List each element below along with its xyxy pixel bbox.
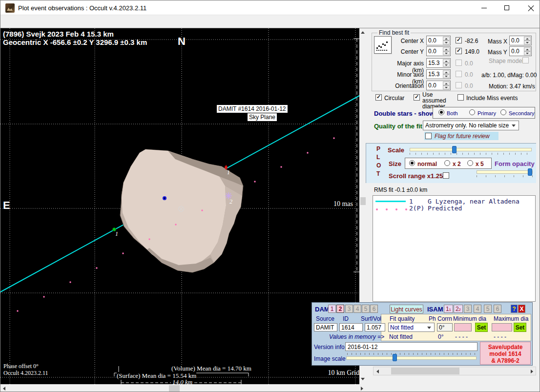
spin-down-icon[interactable] — [524, 41, 531, 44]
isam-button-4[interactable]: 4 — [474, 305, 481, 313]
panel-scroll-left-icon[interactable] — [376, 370, 379, 373]
scroll-range-checkbox[interactable] — [443, 172, 449, 179]
spin-up-icon[interactable] — [443, 70, 450, 74]
panel-hscroll-thumb[interactable] — [391, 368, 459, 374]
size-x2-radio[interactable] — [444, 160, 450, 166]
isam-button-2[interactable]: 22 — [454, 305, 463, 313]
center-y-checkbox[interactable] — [456, 48, 462, 54]
max-dia-set-button[interactable]: Set — [514, 323, 526, 332]
ph-corr-field[interactable]: 0° — [437, 323, 453, 331]
damit-isam-panel: DAMIT 1 2 3 4 5 6 Light curves ISAM 11 2… — [312, 302, 533, 366]
size-normal-radio[interactable] — [409, 160, 415, 166]
minor-axis-spinner[interactable]: 15.3 — [426, 69, 451, 79]
image-scale-slider[interactable] — [346, 356, 477, 360]
best-fit-button[interactable] — [374, 36, 392, 54]
scroll-up-icon[interactable] — [361, 31, 365, 34]
damit-button-6[interactable]: 6 — [370, 305, 378, 313]
mass-x-spinner[interactable]: 0.0 — [509, 36, 532, 45]
circular-checkbox[interactable] — [375, 94, 382, 101]
save-update-button[interactable]: Save/update model 1614 & A7896-2 — [480, 342, 531, 365]
surfvol-field[interactable]: 1.057 — [365, 323, 385, 331]
spin-up-icon[interactable] — [443, 82, 450, 85]
flag-review-checkbox[interactable] — [425, 133, 432, 139]
isam-button-6[interactable]: 6 — [494, 305, 501, 313]
double-stars-secondary-radio[interactable] — [500, 109, 506, 115]
minimize-button[interactable] — [473, 0, 495, 15]
panel-scroll-right-icon[interactable] — [531, 370, 533, 373]
major-axis-spinner[interactable]: 15.3 — [426, 58, 451, 68]
spin-up-icon[interactable] — [524, 37, 531, 41]
damit-button-5[interactable]: 5 — [362, 305, 370, 313]
mass-y-spinner[interactable]: 0.0 — [509, 46, 532, 56]
menu-bar: with Plot... Plot options... Help Keep f… — [0, 15, 540, 28]
scroll-right-icon[interactable] — [361, 387, 363, 391]
memory-ph-corr: 0° — [438, 333, 443, 340]
save-line-2: model 1614 — [480, 351, 530, 357]
orientation-fit-value: 0.0 — [465, 83, 473, 89]
size-x5-radio[interactable] — [467, 160, 473, 166]
center-x-spinner[interactable]: 0.0 — [426, 36, 451, 45]
min-dia-field[interactable] — [454, 323, 472, 331]
north-label: N — [178, 35, 186, 48]
scroll-down-icon[interactable] — [361, 378, 365, 380]
id-field[interactable]: 1614 — [339, 323, 363, 331]
quality-dropdown[interactable]: Astrometry only. No reliable size — [423, 121, 519, 130]
spin-up-icon[interactable] — [443, 59, 450, 63]
isam-button-3[interactable]: 3 — [464, 305, 472, 313]
include-miss-checkbox[interactable] — [457, 94, 464, 101]
plot-hscroll-thumb[interactable] — [169, 385, 180, 392]
spin-up-icon[interactable] — [443, 47, 450, 51]
minor-axis-value: 15.3 — [428, 71, 439, 78]
panel-close-button[interactable]: X — [518, 305, 525, 313]
sky-plane-plot[interactable]: (7896) Svejk 2023 Feb 4 15.3 km Geocentr… — [0, 28, 359, 384]
image-scale-thumb[interactable] — [393, 354, 397, 361]
damit-button-2[interactable]: 2 — [336, 305, 344, 313]
motion-label: Motion: 3.47 km/s — [489, 83, 535, 90]
light-curves-button[interactable]: Light curves — [390, 305, 423, 313]
isam-button-1[interactable]: 11 — [444, 305, 453, 313]
form-opacity-thumb[interactable] — [528, 168, 532, 176]
spin-down-icon[interactable] — [443, 85, 450, 89]
maximize-button[interactable] — [495, 0, 517, 15]
damit-button-4[interactable]: 4 — [353, 305, 361, 313]
observer-list[interactable]: 1 G Lyzenga, near Altadena 2(P) Predicte… — [373, 195, 536, 302]
scale-slider-thumb[interactable] — [452, 146, 457, 153]
double-stars-both-radio[interactable] — [438, 109, 444, 115]
orientation-spinner[interactable]: 0.0 — [426, 81, 451, 90]
ph-corr-header: Ph Corrn — [429, 315, 452, 322]
fit-quality-dropdown[interactable]: Not fitted — [388, 323, 435, 332]
version-info-field[interactable]: 2016-01-12 — [345, 342, 478, 351]
scale-slider[interactable] — [410, 148, 532, 151]
spin-down-icon[interactable] — [443, 74, 450, 78]
damit-button-3[interactable]: 3 — [345, 305, 353, 313]
scroll-left-icon[interactable] — [3, 387, 5, 391]
min-dia-set-button[interactable]: Set — [475, 323, 488, 332]
scale-slider-ticks — [410, 153, 532, 155]
double-stars-primary-radio[interactable] — [469, 109, 475, 115]
panel-help-button[interactable]: ? — [511, 305, 518, 313]
isam-button-5[interactable]: 5 — [484, 305, 492, 313]
center-x-checkbox[interactable] — [456, 37, 462, 43]
legend-2-name: Predicted — [428, 205, 462, 212]
spin-up-icon[interactable] — [443, 37, 450, 41]
plot-vscroll-thumb[interactable] — [360, 197, 366, 205]
max-dia-field[interactable] — [492, 323, 512, 331]
occult-version-label: Occult 4.2023.2.11 — [3, 370, 48, 377]
spin-down-icon[interactable] — [443, 51, 450, 55]
spin-down-icon[interactable] — [443, 41, 450, 44]
grid-scale-label: 10 km Grid — [318, 369, 359, 377]
spin-down-icon[interactable] — [524, 51, 531, 55]
plot-horizontal-scrollbar[interactable] — [0, 384, 367, 392]
close-button[interactable] — [519, 0, 540, 15]
center-y-fit-value: 149.0 — [465, 48, 479, 55]
spin-up-icon[interactable] — [524, 47, 531, 51]
spin-down-icon[interactable] — [443, 63, 450, 67]
source-field[interactable]: DAMIT — [314, 323, 337, 331]
major-axis-value: 15.3 — [428, 60, 439, 66]
damit-button-1[interactable]: 1 — [328, 305, 336, 313]
center-y-spinner[interactable]: 0.0 — [426, 46, 451, 56]
marker-label-2: 2 — [229, 198, 232, 206]
panel-horizontal-scrollbar[interactable] — [373, 367, 536, 375]
use-assumed-checkbox[interactable] — [414, 94, 420, 101]
form-opacity-slider[interactable] — [477, 170, 533, 174]
